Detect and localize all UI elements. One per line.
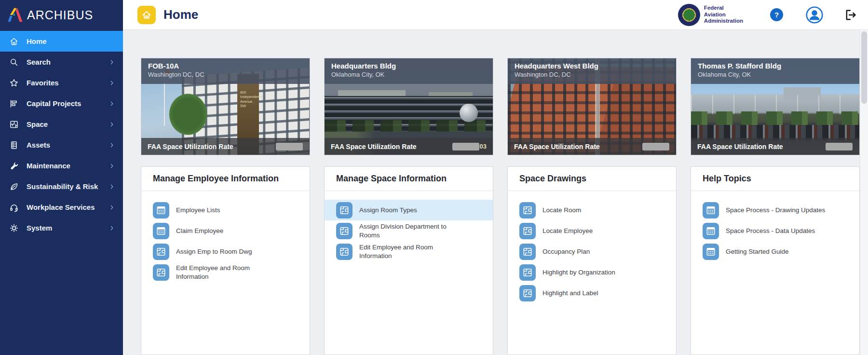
panel-item-label: Edit Employee and Room Information	[359, 243, 464, 260]
table-icon	[153, 223, 169, 239]
panel-item-label: Employee Lists	[176, 206, 220, 215]
sidebar-item-label: System	[27, 224, 52, 232]
building-card-headquarters-west[interactable]: Headquarters West Bldg Washington DC, DC…	[507, 58, 677, 155]
rate-label: FAA Space Utilization Rate	[331, 143, 417, 150]
faa-text-line: Aviation	[704, 12, 743, 18]
sidebar-item-favorites[interactable]: Favorites	[0, 72, 123, 93]
photo-detail	[460, 104, 478, 122]
panel-manage-employee-information: Manage Employee Information Employee Lis…	[141, 166, 310, 355]
panel-title: Manage Space Information	[325, 167, 493, 191]
building-card-fob-10a[interactable]: 800 Independence Avenue, SW FOB-10A Wash…	[141, 58, 310, 155]
table-icon	[703, 223, 719, 239]
panel-item-label: Space Process - Data Updates	[726, 227, 815, 235]
panel-item-locate-employee[interactable]: Locate Employee	[508, 220, 676, 241]
panel-item-highlight-by-organization[interactable]: Highlight by Organization	[508, 262, 676, 283]
logout-icon[interactable]	[844, 8, 857, 22]
floorplan-icon	[519, 202, 536, 218]
floorplan-icon	[519, 244, 536, 260]
building-rate-bar: FAA Space Utilization Rate	[508, 138, 676, 155]
photo-detail	[691, 111, 859, 125]
faa-text-line: Federal	[704, 5, 743, 12]
panel-body: Locate Room Locate Employee Occupancy Pl…	[508, 191, 676, 303]
sidebar-item-home[interactable]: Home	[0, 31, 123, 52]
panel-item-getting-started-guide[interactable]: Getting Started Guide	[691, 241, 859, 262]
photo-sign-text: 800 Independence Avenue, SW	[240, 90, 257, 109]
rate-label: FAA Space Utilization Rate	[697, 143, 783, 150]
sidebar-item-assets[interactable]: Assets	[0, 135, 123, 155]
panel-help-topics: Help Topics Space Process - Drawing Upda…	[691, 166, 860, 355]
rate-value-fragment: 03	[480, 143, 487, 150]
sidebar-item-label: Sustainability & Risk	[27, 182, 98, 191]
vertical-scrollbar[interactable]	[860, 30, 868, 355]
leaf-icon	[9, 181, 19, 192]
panel-item-highlight-and-label[interactable]: Highlight and Label	[508, 283, 676, 303]
sidebar-item-search[interactable]: Search	[0, 52, 123, 72]
sidebar: ARCHIBUS Home Search Fa	[0, 0, 123, 355]
chevron-right-icon	[108, 183, 115, 190]
panel-item-employee-lists[interactable]: Employee Lists	[141, 200, 310, 220]
wrench-icon	[9, 161, 19, 171]
panel-item-assign-division-department[interactable]: Assign Division Department to Rooms	[325, 220, 493, 241]
sidebar-item-sustainability-risk[interactable]: Sustainability & Risk	[0, 176, 123, 197]
panel-item-locate-room[interactable]: Locate Room	[508, 200, 676, 220]
panel-item-label: Occupancy Plan	[542, 247, 590, 256]
panel-item-edit-employee-room-info[interactable]: Edit Employee and Room Information	[325, 241, 493, 262]
panel-item-space-process-drawing-updates[interactable]: Space Process - Drawing Updates	[691, 200, 859, 220]
building-card-header: Headquarters West Bldg Washington DC, DC	[508, 58, 676, 84]
sidebar-item-label: Favorites	[27, 79, 59, 87]
star-icon	[9, 78, 19, 88]
building-card-headquarters[interactable]: Headquarters Bldg Oklahoma City, OK FAA …	[324, 58, 493, 155]
panel-item-assign-emp-to-room-dwg[interactable]: Assign Emp to Room Dwg	[141, 241, 310, 262]
panel-space-drawings: Space Drawings Locate Room Locate Employ…	[507, 166, 677, 355]
panel-item-label: Locate Room	[542, 206, 581, 215]
redacted-value	[276, 143, 303, 150]
panel-item-occupancy-plan[interactable]: Occupancy Plan	[508, 241, 676, 262]
sidebar-item-space[interactable]: Space	[0, 114, 123, 135]
faa-logo: Federal Aviation Administration	[678, 4, 743, 26]
building-name: Thomas P. Stafford Bldg	[698, 62, 853, 70]
user-icon[interactable]	[805, 6, 824, 24]
redacted-value	[452, 143, 479, 150]
app-logo[interactable]: ARCHIBUS	[0, 0, 123, 30]
panel-item-label: Space Process - Drawing Updates	[726, 206, 825, 215]
table-icon	[153, 202, 169, 218]
building-card-stafford[interactable]: Thomas P. Stafford Bldg Oklahoma City, O…	[691, 58, 860, 155]
sidebar-item-system[interactable]: System	[0, 218, 123, 238]
home-tile-icon[interactable]	[137, 6, 156, 24]
floorplan-icon	[336, 244, 353, 260]
sidebar-item-workplace-services[interactable]: Workplace Services	[0, 197, 123, 218]
faa-seal-logo	[678, 4, 700, 26]
chevron-right-icon	[108, 121, 115, 128]
panel-item-label: Claim Employee	[176, 227, 223, 235]
panel-title: Manage Employee Information	[141, 167, 310, 191]
building-city: Oklahoma City, OK	[331, 71, 486, 78]
panel-body: Assign Room Types Assign Division Depart…	[325, 191, 493, 262]
help-icon[interactable]: ?	[770, 8, 783, 21]
chevron-right-icon	[108, 59, 115, 66]
floorplan-icon	[336, 202, 353, 218]
sidebar-item-capital-projects[interactable]: Capital Projects	[0, 93, 123, 114]
sidebar-item-label: Home	[27, 37, 47, 45]
panel-item-label: Assign Division Department to Rooms	[359, 222, 464, 239]
building-rate-bar: FAA Space Utilization Rate	[691, 138, 859, 155]
header-actions: Federal Aviation Administration ?	[678, 4, 868, 26]
building-card-header: FOB-10A Washington DC, DC	[141, 58, 310, 84]
chevron-right-icon	[108, 225, 115, 232]
building-name: FOB-10A	[148, 62, 303, 70]
scrollbar-thumb[interactable]	[861, 31, 867, 104]
chevron-right-icon	[108, 163, 115, 169]
sidebar-item-maintenance[interactable]: Maintenance	[0, 155, 123, 176]
sidebar-item-label: Space	[27, 120, 48, 128]
home-icon	[141, 9, 152, 21]
panel-item-edit-employee-room-info[interactable]: Edit Employee and Room Information	[141, 262, 310, 283]
panel-item-claim-employee[interactable]: Claim Employee	[141, 220, 310, 241]
panel-item-assign-room-types[interactable]: Assign Room Types	[325, 200, 493, 220]
photo-detail	[162, 85, 215, 143]
redacted-value	[642, 143, 669, 150]
chevron-right-icon	[108, 80, 115, 86]
panel-item-space-process-data-updates[interactable]: Space Process - Data Updates	[691, 220, 859, 241]
sidebar-nav: Home Search Favorites	[0, 30, 123, 238]
home-icon	[9, 36, 19, 47]
bar-chart-icon	[9, 98, 19, 109]
panel-body: Employee Lists Claim Employee Assign Emp…	[141, 191, 310, 283]
